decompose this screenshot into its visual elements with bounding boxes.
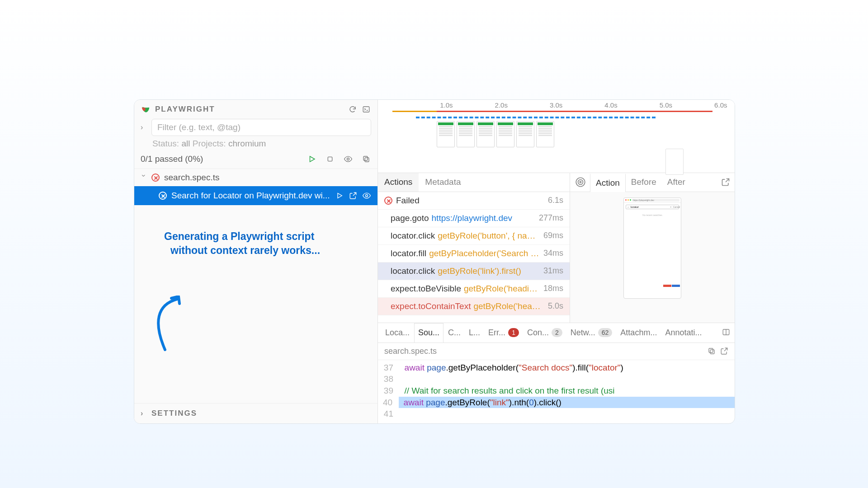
bottom-tab[interactable]: Loca... [382, 323, 413, 343]
svg-rect-3 [363, 156, 368, 160]
collapse-icon[interactable] [361, 154, 371, 164]
actions-panel: Actions Metadata Failed 6.1s page.gotoht… [378, 173, 570, 323]
bottom-tab[interactable]: L... [465, 323, 484, 343]
svg-point-6 [576, 178, 585, 187]
layout-split-icon[interactable] [722, 328, 731, 337]
fail-status-icon [384, 197, 392, 205]
preview-search-input [631, 206, 669, 208]
run-test-icon[interactable] [335, 191, 344, 200]
action-item[interactable]: locator.fillgetByPlaceholder('Search d..… [378, 245, 570, 263]
watch-icon[interactable] [343, 154, 353, 164]
action-item[interactable]: expect.toContainTextgetByRole('headin...… [378, 298, 570, 315]
svg-rect-1 [328, 157, 332, 161]
filter-status: Status: all Projects: chromium [134, 136, 377, 150]
preview-tab-after[interactable]: After [662, 173, 691, 192]
bottom-tab[interactable]: Annotati... [661, 323, 705, 343]
svg-point-8 [580, 182, 581, 183]
test-file-row[interactable]: › search.spec.ts [134, 169, 377, 186]
action-item[interactable]: locator.clickgetByRole('link').first()31… [378, 263, 570, 280]
source-filename: search.spec.ts [384, 347, 437, 356]
tab-metadata[interactable]: Metadata [419, 173, 467, 192]
bottom-tab[interactable]: Sou... [414, 323, 443, 343]
action-item[interactable]: page.gotohttps://playwright.dev277ms [378, 210, 570, 227]
annotation-text: Generating a Playwright script without c… [164, 230, 320, 258]
svg-rect-4 [365, 158, 369, 162]
svg-rect-11 [710, 350, 714, 354]
action-failed-header: Failed 6.1s [378, 192, 570, 210]
dom-snapshot-preview[interactable]: https://playwright.dev ⌕ × Cancel No rec… [623, 197, 681, 299]
source-code: 37 await page.getByPlaceholder("Search d… [378, 360, 735, 423]
svg-point-5 [366, 195, 368, 197]
reload-icon[interactable] [348, 104, 358, 114]
bottom-tab[interactable]: Con...2 [524, 323, 566, 343]
filter-input[interactable] [151, 119, 371, 136]
expand-filter-icon[interactable]: › [141, 123, 147, 131]
tab-actions[interactable]: Actions [378, 173, 419, 192]
timeline-tick: 4.0s [604, 101, 617, 109]
run-all-icon[interactable] [307, 154, 317, 164]
annotation-arrow-icon [143, 296, 184, 359]
bottom-tab[interactable]: C... [444, 323, 464, 343]
bottom-tab[interactable]: Err...1 [485, 323, 523, 343]
settings-toggle[interactable]: › SETTINGS [134, 403, 377, 423]
open-external-icon[interactable] [720, 347, 728, 355]
app-title: PLAYWRIGHT [155, 105, 344, 114]
bottom-tab[interactable]: Attachm... [617, 323, 660, 343]
svg-rect-12 [709, 348, 713, 352]
chevron-down-icon: › [140, 174, 148, 181]
preview-tab-before[interactable]: Before [626, 173, 662, 192]
timeline-tick: 2.0s [495, 101, 508, 109]
target-icon[interactable] [575, 176, 586, 188]
open-file-icon[interactable] [349, 191, 358, 200]
sidebar: PLAYWRIGHT › Status: all Projects: chrom… [134, 100, 378, 423]
test-name: Search for Locator on Playwright.dev wi.… [171, 191, 330, 201]
terminal-icon[interactable] [361, 104, 371, 114]
timeline[interactable]: 1.0s2.0s3.0s4.0s5.0s6.0s [378, 100, 735, 173]
playwright-logo-icon [141, 104, 151, 114]
timeline-tick: 6.0s [714, 101, 727, 109]
preview-tab-action[interactable]: Action [590, 174, 626, 192]
stop-icon[interactable] [325, 154, 335, 164]
svg-point-7 [578, 180, 583, 185]
popout-icon[interactable] [721, 178, 730, 187]
test-file-name: search.spec.ts [164, 173, 220, 183]
action-item[interactable]: locator.clickgetByRole('button', { nam..… [378, 227, 570, 245]
fail-status-icon [159, 192, 167, 200]
bottom-tabbar: Loca...Sou...C...L...Err...1Con...2Netw.… [378, 323, 735, 343]
test-row-selected[interactable]: Search for Locator on Playwright.dev wi.… [134, 186, 377, 205]
svg-rect-0 [363, 107, 369, 112]
timeline-tick: 1.0s [440, 101, 453, 109]
timeline-tick: 3.0s [550, 101, 562, 109]
fail-status-icon [151, 174, 160, 182]
chevron-right-icon: › [141, 409, 147, 418]
watch-test-icon[interactable] [362, 191, 371, 200]
pass-summary: 0/1 passed (0%) [141, 154, 303, 164]
timeline-tick: 5.0s [660, 101, 672, 109]
svg-point-2 [347, 158, 349, 160]
action-item[interactable]: expect.toBeVisiblegetByRole('heading'...… [378, 280, 570, 298]
preview-panel: Action Before After https://playwright.d… [570, 173, 735, 323]
copy-icon[interactable] [708, 347, 716, 355]
bottom-tab[interactable]: Netw...62 [567, 323, 616, 343]
